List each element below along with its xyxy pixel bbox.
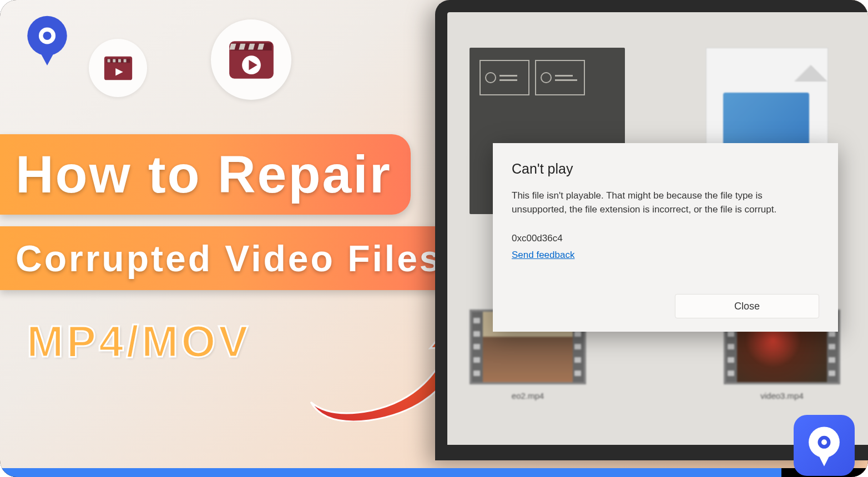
video-icon-small bbox=[89, 39, 147, 97]
thumbnail-frame: How to Repair Corrupted Video Files MP4/… bbox=[0, 0, 868, 477]
title-line1: How to Repair bbox=[16, 144, 392, 205]
video-progress-fill bbox=[0, 468, 781, 477]
dialog-error-code: 0xc00d36c4 bbox=[512, 233, 819, 244]
video-play-icon bbox=[102, 52, 134, 84]
svg-rect-6 bbox=[113, 59, 115, 62]
brand-logo-badge bbox=[794, 415, 855, 476]
title-banner-line1: How to Repair bbox=[0, 134, 411, 215]
brand-logo-top bbox=[21, 13, 73, 65]
recoverit-logo-icon bbox=[801, 423, 847, 468]
error-dialog: Can't play This file isn't playable. Tha… bbox=[493, 143, 838, 332]
dialog-body: This file isn't playable. That might be … bbox=[512, 189, 819, 216]
send-feedback-link[interactable]: Send feedback bbox=[512, 250, 574, 260]
video-icon-large bbox=[211, 19, 291, 100]
svg-rect-7 bbox=[118, 59, 121, 62]
subtitle-text: MP4/MOV bbox=[27, 316, 251, 367]
clapperboard-play-icon bbox=[226, 34, 277, 85]
close-button[interactable]: Close bbox=[675, 294, 819, 318]
video-label-2: eo2.mp4 bbox=[470, 391, 586, 400]
title-line2: Corrupted Video Files bbox=[16, 237, 442, 280]
recoverit-logo-icon bbox=[21, 13, 73, 65]
title-banner-line2: Corrupted Video Files bbox=[0, 226, 462, 290]
svg-point-18 bbox=[821, 439, 827, 445]
svg-rect-8 bbox=[123, 59, 126, 62]
svg-point-2 bbox=[43, 32, 51, 40]
svg-rect-5 bbox=[107, 59, 110, 62]
video-label-3: video3.mp4 bbox=[724, 391, 840, 400]
dialog-title: Can't play bbox=[512, 161, 819, 177]
video-progress-bar[interactable] bbox=[0, 468, 868, 477]
